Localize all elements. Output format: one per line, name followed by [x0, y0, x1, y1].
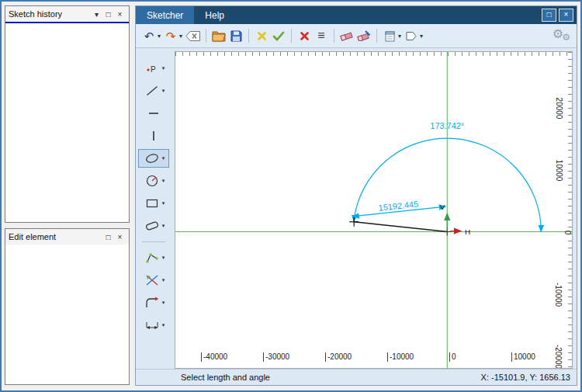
sketch-line[interactable] [354, 222, 447, 232]
open-button[interactable] [212, 27, 226, 44]
y-axis-label: -20000 [554, 345, 563, 369]
tool-vertical-line[interactable] [138, 127, 169, 145]
sketch-history-panel: Sketch history ▾ □ × [5, 5, 130, 223]
profile-view-dropdown[interactable]: ▾ [420, 33, 423, 40]
edit-element-title: Edit element [9, 232, 102, 241]
rectangle-tool-dropdown[interactable]: ▾ [162, 200, 165, 206]
arc-tool-dropdown[interactable]: ▾ [162, 178, 165, 184]
vertical-line-tool-icon [146, 129, 161, 143]
erase-element-button[interactable] [357, 27, 371, 44]
undo-icon: ↶ [144, 30, 154, 42]
line-tool-dropdown[interactable]: ▾ [162, 88, 165, 94]
toolbar-separator [334, 29, 334, 43]
tool-arc[interactable]: ▾ [138, 172, 169, 190]
y-axis-label: -10000 [554, 283, 563, 307]
h-axis-label: H [465, 227, 470, 236]
redo-button[interactable]: ↷ [164, 27, 178, 44]
x-axis-label: -30000 [263, 352, 289, 362]
angle-dimension-label: 173.742° [430, 121, 464, 130]
edit-element-titlebar[interactable]: Edit element □ × [5, 229, 129, 245]
tool-dimension[interactable]: ▾ [138, 316, 169, 335]
status-message: Select length and angle [181, 373, 270, 382]
red-x-icon [300, 31, 310, 41]
y-axis-label: 10000 [556, 160, 564, 182]
tool-fillet[interactable]: ▾ [138, 293, 169, 312]
sketcher-workarea: P ▾ ▾ ▾ ▾ [136, 48, 577, 369]
x-axis-label: -20000 [325, 352, 352, 362]
tab-help[interactable]: Help [194, 6, 235, 24]
panel-close-icon[interactable]: × [114, 233, 126, 241]
horizontal-line-tool-icon [146, 106, 161, 120]
x-axis-label: 0 [449, 352, 456, 362]
menu-button[interactable]: ≡ [314, 27, 328, 44]
backspace-button[interactable] [185, 27, 200, 44]
ellipse-tool-dropdown[interactable]: ▾ [162, 155, 165, 161]
toolbar-separator [376, 29, 377, 43]
fillet-tool-dropdown[interactable]: ▾ [162, 300, 165, 306]
slot-tool-dropdown[interactable]: ▾ [162, 223, 165, 229]
ellipse-tool-icon [144, 151, 160, 165]
panel-menu-icon[interactable]: ▾ [91, 10, 102, 19]
toolbar-separator [248, 29, 249, 43]
validate-button[interactable] [272, 27, 286, 44]
palette-separator [142, 241, 165, 242]
profile-tool-dropdown[interactable]: ▾ [162, 255, 165, 261]
slot-tool-icon [144, 219, 160, 233]
edit-element-panel: Edit element □ × [5, 228, 130, 385]
window-close-button[interactable]: × [559, 9, 573, 22]
tool-profile[interactable]: ▾ [138, 248, 169, 267]
tool-point[interactable]: P ▾ [138, 59, 169, 78]
trim-tool-icon [144, 273, 160, 287]
menu-icon: ≡ [317, 29, 324, 43]
edit-element-content[interactable] [5, 245, 129, 384]
svg-text:P: P [151, 65, 156, 74]
sheet-dropdown[interactable]: ▾ [398, 33, 401, 40]
tool-horizontal-line[interactable] [138, 104, 169, 123]
tool-trim[interactable]: ▾ [138, 271, 169, 290]
tool-rectangle[interactable]: ▾ [138, 194, 169, 213]
panel-close-icon[interactable]: × [114, 10, 126, 19]
tool-ellipse[interactable]: ▾ [138, 149, 169, 168]
status-bar: Select length and angle X: -15101.9, Y: … [136, 369, 577, 385]
rectangle-tool-icon [144, 196, 160, 210]
sketch-history-title: Sketch history [9, 9, 91, 19]
window-maximize-button[interactable]: □ [542, 9, 556, 22]
flag-icon [405, 30, 417, 42]
profile-view-button[interactable] [404, 27, 418, 44]
eraser-pencil-icon [357, 30, 371, 41]
cursor-coordinates: X: -15101.9, Y: 1656.13 [481, 373, 570, 382]
eraser-button[interactable] [340, 27, 354, 44]
panel-maximize-icon[interactable]: □ [102, 10, 114, 19]
delete-button[interactable] [297, 27, 311, 44]
x-axis-label: -40000 [201, 352, 227, 362]
redo-dropdown[interactable]: ▾ [179, 33, 182, 40]
arc-tool-icon [144, 174, 160, 188]
dimension-tool-icon [144, 318, 160, 332]
undo-dropdown[interactable]: ▾ [158, 33, 161, 40]
panel-maximize-icon[interactable]: □ [102, 233, 114, 241]
backspace-icon [185, 31, 200, 41]
point-tool-dropdown[interactable]: ▾ [162, 65, 165, 71]
endpoint-marker [349, 217, 359, 227]
open-folder-icon [212, 30, 226, 42]
x-axis-label: -10000 [387, 352, 414, 362]
undo-button[interactable]: ↶ [142, 27, 156, 44]
y-axis-label: 20000 [556, 98, 564, 120]
sketch-history-content[interactable] [5, 22, 129, 222]
trim-tool-dropdown[interactable]: ▾ [162, 277, 165, 283]
settings-button[interactable]: ⚙ ⚙ [549, 27, 570, 44]
cancel-button[interactable] [255, 27, 268, 44]
save-floppy-icon [230, 30, 242, 42]
dimension-tool-dropdown[interactable]: ▾ [162, 322, 165, 328]
tool-line[interactable]: ▾ [138, 82, 169, 100]
eraser-icon [340, 30, 354, 41]
sketch-canvas[interactable]: V H 173.742° 15192.445 -40000 -30000 -20… [175, 51, 573, 369]
application-window: Sketch history ▾ □ × Edit element □ × Sk… [0, 0, 582, 392]
save-button[interactable] [229, 27, 243, 44]
sheet-button[interactable] [383, 27, 397, 44]
toolbar-separator [206, 29, 206, 43]
tab-sketcher[interactable]: Sketcher [136, 6, 194, 24]
sketch-history-titlebar[interactable]: Sketch history ▾ □ × [5, 6, 129, 23]
v-axis-label: V [440, 203, 445, 211]
tool-slot[interactable]: ▾ [138, 217, 169, 235]
